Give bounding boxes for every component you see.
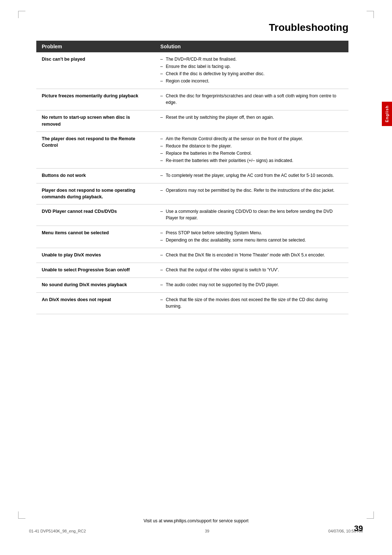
solution-item: The DVD+R/CD-R must be finalised.	[160, 56, 343, 62]
solution-item: Region code incorrect.	[160, 78, 343, 84]
page: English Troubleshooting Problem Solution…	[0, 0, 392, 555]
solution-cell: Check that the DivX file is encoded in '…	[155, 248, 348, 263]
problem-cell: Menu items cannot be selected	[36, 226, 155, 248]
solution-cell: Aim the Remote Control directly at the s…	[155, 131, 348, 168]
column-header-problem: Problem	[36, 41, 155, 52]
solution-cell: Press STOP twice before selecting System…	[155, 226, 348, 248]
solution-item: Ensure the disc label is facing up.	[160, 63, 343, 70]
table-row: DVD Player cannot read CDs/DVDsUse a com…	[36, 204, 348, 226]
solution-cell: Reset the unit by switching the player o…	[155, 110, 348, 132]
problem-cell: An DivX movies does not repeat	[36, 293, 155, 314]
solution-item: Check that the output of the video signa…	[160, 267, 343, 273]
solution-cell: Operations may not be permitted by the d…	[155, 183, 348, 204]
solution-item: Replace the batteries in the Remote Cont…	[160, 150, 343, 157]
table-row: An DivX movies does not repeatCheck that…	[36, 293, 348, 314]
table-row: The player does not respond to the Remot…	[36, 131, 348, 168]
problem-cell: The player does not respond to the Remot…	[36, 131, 155, 168]
solution-item: Use a commonly available cleaning CD/DVD…	[160, 208, 343, 221]
problem-cell: Picture freezes momentarily during playb…	[36, 89, 155, 110]
table-row: No sound during DivX movies playbackThe …	[36, 278, 348, 293]
problem-cell: Disc can't be played	[36, 52, 155, 89]
table-row: Unable to select Progressive Scan on/off…	[36, 263, 348, 278]
page-number: 39	[354, 524, 363, 533]
language-label: English	[385, 105, 389, 122]
solution-item: Reset the unit by switching the player o…	[160, 114, 343, 121]
footer: Visit us at www.philips.com/support for …	[0, 518, 392, 533]
problem-cell: No return to start-up screen when disc i…	[36, 110, 155, 132]
problem-cell: Buttons do not work	[36, 168, 155, 183]
solution-item: Operations may not be permitted by the d…	[160, 187, 343, 194]
problem-cell: DVD Player cannot read CDs/DVDs	[36, 204, 155, 226]
table-row: Player does not respond to some operatin…	[36, 183, 348, 204]
solution-cell: Check the disc for fingerprints/scratche…	[155, 89, 348, 110]
solution-cell: Check that the output of the video signa…	[155, 263, 348, 278]
table-row: Buttons do not workTo completely reset t…	[36, 168, 348, 183]
solution-item: The audio codec may not be supported by …	[160, 281, 343, 288]
problem-cell: Unable to play DivX movies	[36, 248, 155, 263]
solution-item: Press STOP twice before selecting System…	[160, 230, 343, 236]
footer-middle: 39	[205, 529, 209, 533]
problem-cell: Player does not respond to some operatin…	[36, 183, 155, 204]
solution-item: Check that the DivX file is encoded in '…	[160, 252, 343, 258]
solution-item: Re-insert the batteries with their polar…	[160, 157, 343, 164]
footer-left: 01-41 DVP5140K_98_eng_RC2	[29, 529, 86, 533]
page-title: Troubleshooting	[29, 22, 363, 33]
main-content: Problem Solution Disc can't be playedThe…	[36, 41, 348, 314]
column-header-solution: Solution	[155, 41, 348, 52]
solution-item: Check the disc for fingerprints/scratche…	[160, 93, 343, 106]
solution-item: Aim the Remote Control directly at the s…	[160, 135, 343, 142]
solution-item: Reduce the distance to the player.	[160, 143, 343, 149]
solution-cell: To completely reset the player, unplug t…	[155, 168, 348, 183]
corner-mark-bl	[18, 511, 25, 519]
solution-item: Depending on the disc availability, some…	[160, 237, 343, 243]
solution-cell: The DVD+R/CD-R must be finalised.Ensure …	[155, 52, 348, 89]
solution-cell: Check that file size of the movies does …	[155, 293, 348, 314]
solution-item: Check if the disc is defective by trying…	[160, 70, 343, 77]
troubleshooting-table: Problem Solution Disc can't be playedThe…	[36, 41, 348, 314]
table-row: Menu items cannot be selectedPress STOP …	[36, 226, 348, 248]
footer-info: 01-41 DVP5140K_98_eng_RC2 39 04/07/06, 1…	[0, 529, 392, 533]
problem-cell: No sound during DivX movies playback	[36, 278, 155, 293]
table-row: Picture freezes momentarily during playb…	[36, 89, 348, 110]
solution-cell: The audio codec may not be supported by …	[155, 278, 348, 293]
footer-support-text: Visit us at www.philips.com/support for …	[0, 518, 392, 523]
corner-mark-tl	[18, 11, 25, 18]
table-row: Unable to play DivX moviesCheck that the…	[36, 248, 348, 263]
solution-item: Check that file size of the movies does …	[160, 296, 343, 309]
corner-mark-br	[367, 511, 374, 519]
solution-cell: Use a commonly available cleaning CD/DVD…	[155, 204, 348, 226]
problem-cell: Unable to select Progressive Scan on/off	[36, 263, 155, 278]
corner-mark-tr	[367, 11, 374, 18]
language-side-tab: English	[382, 102, 392, 126]
table-row: Disc can't be playedThe DVD+R/CD-R must …	[36, 52, 348, 89]
table-row: No return to start-up screen when disc i…	[36, 110, 348, 132]
solution-item: To completely reset the player, unplug t…	[160, 172, 343, 179]
